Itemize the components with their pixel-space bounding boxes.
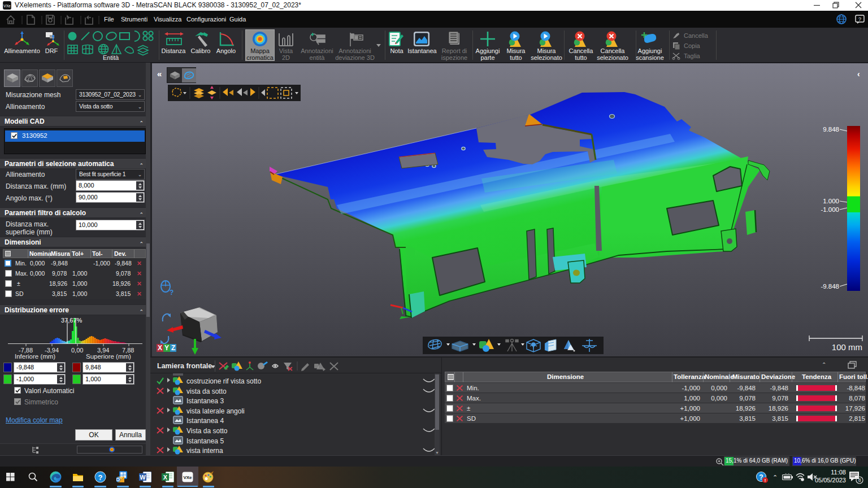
svg-text:VXe: VXe <box>3 4 11 8</box>
svg-text:-9.848: -9.848 <box>821 283 839 290</box>
svg-text:VXe: VXe <box>183 475 192 480</box>
svg-text:?: ? <box>170 289 173 296</box>
svg-text:X: X <box>163 474 168 481</box>
svg-text:?: ? <box>98 473 103 482</box>
svg-text:-1.000: -1.000 <box>821 206 839 213</box>
svg-text:100 mm: 100 mm <box>832 342 862 352</box>
svg-text:8: 8 <box>858 477 861 483</box>
svg-text:W: W <box>140 474 146 481</box>
svg-text:37,67%: 37,67% <box>61 317 83 324</box>
svg-text:?: ? <box>858 16 861 22</box>
svg-text:O: O <box>116 477 120 482</box>
svg-text:9.848: 9.848 <box>823 126 839 133</box>
svg-text:!: ! <box>765 478 766 483</box>
svg-text:1.000: 1.000 <box>823 198 839 204</box>
